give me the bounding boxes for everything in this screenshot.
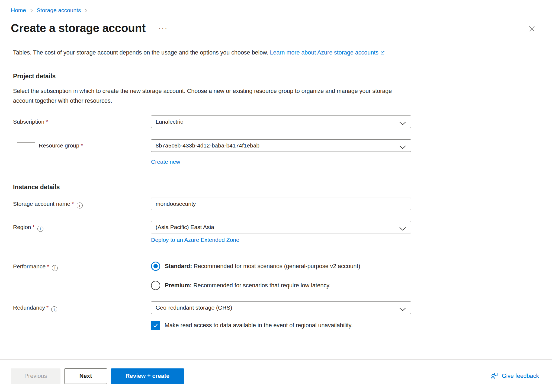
performance-label: Performance*i: [13, 262, 151, 271]
storage-account-name-label-text: Storage account name: [13, 201, 70, 207]
redundancy-row: Redundancy*i Geo-redundant storage (GRS)…: [13, 301, 552, 330]
info-icon[interactable]: i: [51, 306, 57, 312]
chevron-down-icon: [399, 306, 406, 313]
feedback-icon: [490, 372, 499, 380]
breadcrumb-storage-accounts-link[interactable]: Storage accounts: [37, 7, 81, 14]
region-label: Region*i: [13, 221, 151, 232]
required-asterisk: *: [72, 201, 74, 207]
checkbox-checked-icon: [151, 321, 160, 330]
redundancy-select[interactable]: Geo-redundant storage (GRS): [151, 301, 411, 314]
review-create-button[interactable]: Review + create: [111, 368, 184, 384]
region-value: (Asia Pacific) East Asia: [156, 224, 214, 230]
required-asterisk: *: [47, 263, 49, 269]
read-access-checkbox-label: Make read access to data available in th…: [165, 322, 353, 329]
deploy-extended-zone-link[interactable]: Deploy to an Azure Extended Zone: [151, 237, 239, 243]
performance-label-text: Performance: [13, 263, 46, 269]
resource-group-value: 8b7a5c6b-433b-4d12-baba-b4174f1ebab: [156, 142, 259, 149]
performance-premium-text: Premium: Recommended for scenarios that …: [165, 282, 330, 289]
storage-account-name-row: Storage account name*i: [13, 198, 552, 210]
previous-button[interactable]: Previous: [11, 368, 60, 384]
give-feedback-label: Give feedback: [502, 373, 539, 380]
redundancy-value: Geo-redundant storage (GRS): [156, 304, 232, 311]
close-button[interactable]: [527, 24, 537, 34]
resource-group-label-text: Resource group: [39, 142, 79, 149]
chevron-right-icon: [84, 9, 88, 12]
region-select[interactable]: (Asia Pacific) East Asia: [151, 221, 411, 233]
region-row: Region*i (Asia Pacific) East Asia Deploy…: [13, 221, 552, 243]
radio-unselected-icon: [151, 281, 160, 290]
radio-selected-icon: [151, 262, 160, 271]
resource-group-row: Resource group* 8b7a5c6b-433b-4d12-baba-…: [13, 139, 552, 152]
footer-bar: Previous Next Review + create Give feedb…: [0, 359, 552, 392]
chevron-down-icon: [399, 120, 406, 127]
subscription-row: Subscription* Lunalectric: [13, 115, 552, 128]
redundancy-label: Redundancy*i: [13, 301, 151, 312]
intro-text: Tables. The cost of your storage account…: [13, 48, 402, 58]
external-link-icon: [380, 48, 385, 58]
subscription-resource-group-connector: [17, 131, 35, 143]
close-icon: [528, 25, 536, 33]
performance-row: Performance*i Standard: Recommended for …: [13, 262, 552, 290]
subscription-label-text: Subscription: [13, 118, 44, 125]
required-asterisk: *: [81, 142, 83, 149]
project-details-heading: Project details: [13, 72, 552, 80]
performance-option-premium[interactable]: Premium: Recommended for scenarios that …: [151, 281, 411, 290]
performance-option-standard[interactable]: Standard: Recommended for most scenarios…: [151, 262, 411, 271]
instance-details-heading: Instance details: [13, 183, 552, 191]
resource-group-select[interactable]: 8b7a5c6b-433b-4d12-baba-b4174f1ebab: [151, 139, 411, 152]
required-asterisk: *: [46, 304, 49, 311]
create-new-link[interactable]: Create new: [151, 159, 180, 165]
info-icon[interactable]: i: [52, 265, 58, 271]
subscription-value: Lunalectric: [156, 118, 183, 125]
chevron-right-icon: [30, 9, 33, 12]
page-title: Create a storage account: [11, 21, 146, 35]
chevron-down-icon: [399, 144, 406, 150]
learn-more-link[interactable]: Learn more about Azure storage accounts: [270, 49, 385, 56]
region-label-text: Region: [13, 224, 31, 230]
required-asterisk: *: [46, 118, 48, 125]
storage-account-name-input[interactable]: [151, 198, 411, 210]
required-asterisk: *: [33, 224, 35, 230]
chevron-down-icon: [399, 226, 406, 232]
intro-text-body: Tables. The cost of your storage account…: [13, 49, 268, 56]
learn-more-link-label: Learn more about Azure storage accounts: [270, 49, 378, 56]
performance-standard-description: Recommended for most scenarios (general-…: [194, 263, 360, 269]
performance-premium-description: Recommended for scenarios that require l…: [193, 282, 330, 289]
performance-standard-name: Standard:: [165, 263, 192, 269]
subscription-label: Subscription*: [13, 115, 151, 125]
info-icon[interactable]: i: [37, 226, 43, 232]
info-icon[interactable]: i: [77, 203, 83, 208]
breadcrumb-home-link[interactable]: Home: [11, 7, 26, 14]
storage-account-name-label: Storage account name*i: [13, 198, 151, 208]
project-details-description: Select the subscription in which to crea…: [13, 86, 406, 106]
performance-standard-text: Standard: Recommended for most scenarios…: [165, 263, 360, 270]
performance-premium-name: Premium:: [165, 282, 192, 289]
subscription-select[interactable]: Lunalectric: [151, 115, 411, 128]
more-options-button[interactable]: ···: [159, 25, 168, 32]
give-feedback-link[interactable]: Give feedback: [490, 372, 539, 380]
read-access-checkbox-row[interactable]: Make read access to data available in th…: [151, 321, 411, 330]
redundancy-label-text: Redundancy: [13, 304, 45, 311]
breadcrumb: Home Storage accounts: [0, 0, 552, 14]
next-button[interactable]: Next: [64, 368, 107, 384]
